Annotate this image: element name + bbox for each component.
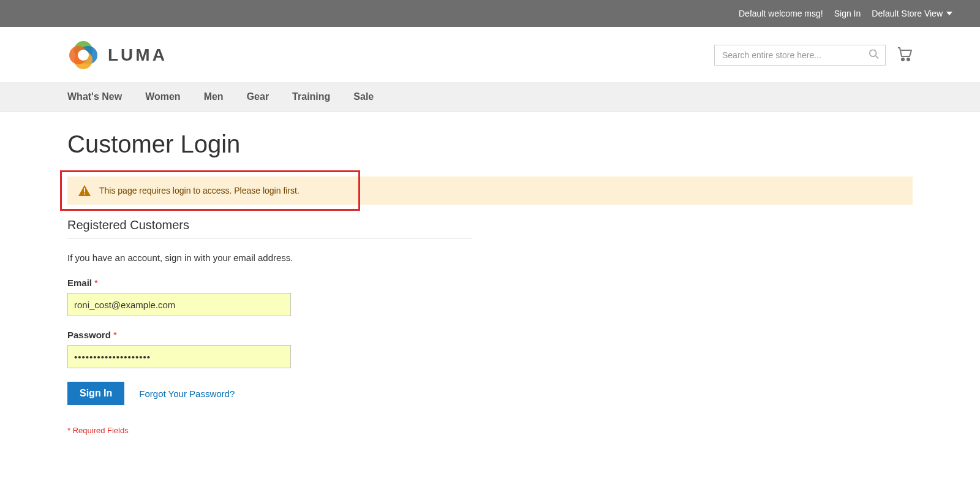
email-label-text: Email [67, 278, 92, 288]
cart-link[interactable] [897, 46, 913, 64]
logo[interactable]: LUMA [67, 39, 167, 71]
forgot-password-link[interactable]: Forgot Your Password? [139, 388, 235, 399]
password-input[interactable] [67, 345, 291, 368]
logo-text: LUMA [108, 45, 167, 65]
highlight-annotation [60, 170, 360, 211]
block-note: If you have an account, sign in with you… [67, 252, 913, 263]
field-email: Email* [67, 278, 913, 316]
chevron-down-icon [946, 12, 952, 15]
password-label-text: Password [67, 330, 111, 340]
header-main: LUMA [67, 27, 913, 82]
required-star: * [113, 330, 117, 340]
sign-in-link[interactable]: Sign In [834, 9, 861, 18]
page-main: Customer Login This page requires login … [67, 112, 913, 453]
store-switcher[interactable]: Default Store View [872, 9, 952, 18]
field-password: Password* [67, 330, 913, 368]
search-box [714, 45, 886, 66]
nav-training[interactable]: Training [292, 91, 330, 102]
nav-men[interactable]: Men [204, 91, 224, 102]
search-input[interactable] [714, 45, 886, 66]
svg-point-7 [902, 58, 904, 61]
email-input[interactable] [67, 293, 291, 316]
cart-icon [897, 46, 913, 62]
email-label: Email* [67, 278, 913, 288]
required-fields-note: * Required Fields [67, 426, 913, 435]
sign-in-button[interactable]: Sign In [67, 382, 124, 405]
svg-point-8 [907, 58, 910, 61]
store-switcher-label: Default Store View [872, 9, 943, 18]
nav-gear[interactable]: Gear [247, 91, 269, 102]
nav-whats-new[interactable]: What's New [67, 91, 122, 102]
search-button[interactable] [866, 47, 882, 64]
svg-point-4 [78, 50, 89, 61]
svg-point-5 [870, 50, 876, 56]
required-star: * [94, 278, 98, 288]
actions-toolbar: Sign In Forgot Your Password? [67, 382, 913, 405]
svg-line-6 [876, 56, 879, 59]
main-nav: What's New Women Men Gear Training Sale [0, 82, 980, 112]
page-title: Customer Login [67, 131, 913, 158]
search-icon [869, 49, 880, 60]
nav-women[interactable]: Women [145, 91, 180, 102]
panel-header: Default welcome msg! Sign In Default Sto… [0, 0, 980, 27]
nav-sale[interactable]: Sale [353, 91, 374, 102]
welcome-msg: Default welcome msg! [739, 9, 823, 18]
password-label: Password* [67, 330, 913, 340]
block-title: Registered Customers [67, 218, 472, 239]
logo-icon [67, 39, 99, 71]
